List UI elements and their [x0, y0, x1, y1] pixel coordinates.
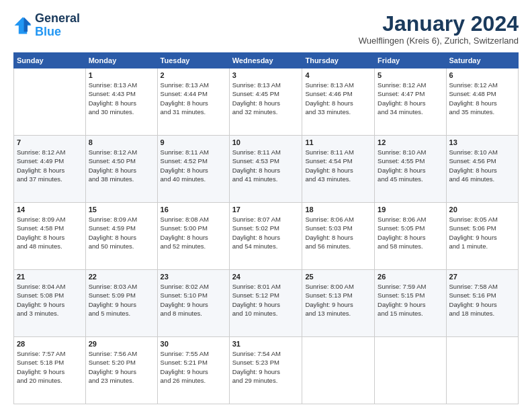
day-number: 13 [449, 138, 515, 146]
logo-line2: Blue [35, 26, 80, 39]
calendar-week-1: 1Sunrise: 8:13 AM Sunset: 4:43 PM Daylig… [14, 68, 519, 136]
calendar-cell [302, 337, 375, 404]
day-number: 2 [161, 71, 226, 79]
calendar-cell: 20Sunrise: 8:05 AM Sunset: 5:06 PM Dayli… [446, 203, 518, 270]
calendar-cell: 22Sunrise: 8:03 AM Sunset: 5:09 PM Dayli… [85, 270, 157, 337]
col-monday: Monday [85, 53, 157, 68]
day-info: Sunrise: 8:00 AM Sunset: 5:13 PM Dayligh… [305, 282, 371, 318]
day-info: Sunrise: 8:06 AM Sunset: 5:03 PM Dayligh… [305, 215, 371, 250]
day-number: 19 [378, 205, 443, 214]
day-number: 26 [378, 273, 443, 281]
day-number: 29 [89, 340, 154, 348]
day-number: 14 [17, 205, 83, 214]
calendar-cell [375, 337, 446, 404]
logo-line1: General [35, 12, 80, 26]
calendar-cell: 1Sunrise: 8:13 AM Sunset: 4:43 PM Daylig… [85, 68, 157, 136]
day-info: Sunrise: 7:54 AM Sunset: 5:23 PM Dayligh… [232, 349, 300, 385]
day-number: 15 [89, 205, 154, 214]
day-info: Sunrise: 8:07 AM Sunset: 5:02 PM Dayligh… [232, 215, 300, 250]
day-number: 8 [89, 138, 154, 146]
day-number: 22 [89, 273, 154, 281]
day-info: Sunrise: 8:08 AM Sunset: 5:00 PM Dayligh… [161, 215, 226, 250]
day-number: 21 [17, 273, 83, 281]
calendar-cell: 13Sunrise: 8:10 AM Sunset: 4:56 PM Dayli… [446, 136, 518, 203]
calendar-cell: 27Sunrise: 7:58 AM Sunset: 5:16 PM Dayli… [446, 270, 518, 337]
day-info: Sunrise: 8:12 AM Sunset: 4:49 PM Dayligh… [17, 148, 83, 183]
day-number: 6 [449, 71, 515, 79]
day-info: Sunrise: 8:11 AM Sunset: 4:54 PM Dayligh… [305, 148, 371, 183]
day-number: 12 [378, 138, 443, 146]
calendar-table: Sunday Monday Tuesday Wednesday Thursday… [13, 52, 519, 404]
page: General Blue January 2024 Wuelflingen (K… [0, 0, 532, 411]
calendar-cell: 25Sunrise: 8:00 AM Sunset: 5:13 PM Dayli… [302, 270, 375, 337]
calendar-cell: 23Sunrise: 8:02 AM Sunset: 5:10 PM Dayli… [157, 270, 229, 337]
day-info: Sunrise: 8:09 AM Sunset: 4:59 PM Dayligh… [89, 215, 154, 250]
day-number: 27 [449, 273, 515, 281]
day-info: Sunrise: 7:57 AM Sunset: 5:18 PM Dayligh… [17, 349, 83, 385]
day-number: 31 [232, 340, 300, 348]
day-info: Sunrise: 7:55 AM Sunset: 5:21 PM Dayligh… [161, 349, 226, 385]
day-number: 1 [89, 71, 154, 79]
col-tuesday: Tuesday [157, 53, 229, 68]
calendar-cell: 15Sunrise: 8:09 AM Sunset: 4:59 PM Dayli… [85, 203, 157, 270]
col-friday: Friday [375, 53, 446, 68]
calendar-cell: 31Sunrise: 7:54 AM Sunset: 5:23 PM Dayli… [229, 337, 302, 404]
day-number: 23 [161, 273, 226, 281]
day-info: Sunrise: 8:12 AM Sunset: 4:50 PM Dayligh… [89, 148, 154, 183]
col-sunday: Sunday [14, 53, 86, 68]
day-number: 9 [161, 138, 226, 146]
day-number: 24 [232, 273, 300, 281]
day-number: 4 [305, 71, 371, 79]
day-info: Sunrise: 7:56 AM Sunset: 5:20 PM Dayligh… [89, 349, 154, 385]
svg-marker-0 [15, 17, 32, 34]
day-info: Sunrise: 8:01 AM Sunset: 5:12 PM Dayligh… [232, 282, 300, 318]
day-number: 7 [17, 138, 83, 146]
calendar-cell: 18Sunrise: 8:06 AM Sunset: 5:03 PM Dayli… [302, 203, 375, 270]
col-thursday: Thursday [302, 53, 375, 68]
day-number: 17 [232, 205, 300, 214]
calendar-week-2: 7Sunrise: 8:12 AM Sunset: 4:49 PM Daylig… [14, 136, 519, 203]
day-info: Sunrise: 8:13 AM Sunset: 4:44 PM Dayligh… [161, 81, 226, 116]
day-number: 11 [305, 138, 371, 146]
calendar-cell: 24Sunrise: 8:01 AM Sunset: 5:12 PM Dayli… [229, 270, 302, 337]
calendar-cell [14, 68, 86, 136]
calendar-cell: 6Sunrise: 8:12 AM Sunset: 4:48 PM Daylig… [446, 68, 518, 136]
day-number: 18 [305, 205, 371, 214]
calendar-cell: 3Sunrise: 8:13 AM Sunset: 4:45 PM Daylig… [229, 68, 302, 136]
day-info: Sunrise: 8:04 AM Sunset: 5:08 PM Dayligh… [17, 282, 83, 318]
calendar-cell: 21Sunrise: 8:04 AM Sunset: 5:08 PM Dayli… [14, 270, 86, 337]
logo-icon [13, 16, 32, 35]
day-info: Sunrise: 7:58 AM Sunset: 5:16 PM Dayligh… [449, 282, 515, 318]
day-info: Sunrise: 8:10 AM Sunset: 4:56 PM Dayligh… [449, 148, 515, 183]
calendar-cell: 8Sunrise: 8:12 AM Sunset: 4:50 PM Daylig… [85, 136, 157, 203]
calendar-cell: 19Sunrise: 8:06 AM Sunset: 5:05 PM Dayli… [375, 203, 446, 270]
day-info: Sunrise: 8:11 AM Sunset: 4:52 PM Dayligh… [161, 148, 226, 183]
day-number: 20 [449, 205, 515, 214]
day-number: 16 [161, 205, 226, 214]
calendar-cell: 7Sunrise: 8:12 AM Sunset: 4:49 PM Daylig… [14, 136, 86, 203]
day-info: Sunrise: 8:05 AM Sunset: 5:06 PM Dayligh… [449, 215, 515, 250]
header: General Blue January 2024 Wuelflingen (K… [13, 12, 519, 46]
calendar-cell [446, 337, 518, 404]
calendar-cell: 14Sunrise: 8:09 AM Sunset: 4:58 PM Dayli… [14, 203, 86, 270]
title-area: January 2024 Wuelflingen (Kreis 6), Zuri… [359, 12, 519, 46]
calendar-cell: 12Sunrise: 8:10 AM Sunset: 4:55 PM Dayli… [375, 136, 446, 203]
day-info: Sunrise: 8:12 AM Sunset: 4:48 PM Dayligh… [449, 81, 515, 116]
day-info: Sunrise: 8:13 AM Sunset: 4:45 PM Dayligh… [232, 81, 300, 116]
calendar-cell: 26Sunrise: 7:59 AM Sunset: 5:15 PM Dayli… [375, 270, 446, 337]
col-saturday: Saturday [446, 53, 518, 68]
day-info: Sunrise: 8:06 AM Sunset: 5:05 PM Dayligh… [378, 215, 443, 250]
day-number: 3 [232, 71, 300, 79]
calendar-week-3: 14Sunrise: 8:09 AM Sunset: 4:58 PM Dayli… [14, 203, 519, 270]
calendar-week-5: 28Sunrise: 7:57 AM Sunset: 5:18 PM Dayli… [14, 337, 519, 404]
calendar-cell: 10Sunrise: 8:11 AM Sunset: 4:53 PM Dayli… [229, 136, 302, 203]
calendar-cell: 9Sunrise: 8:11 AM Sunset: 4:52 PM Daylig… [157, 136, 229, 203]
day-number: 5 [378, 71, 443, 79]
calendar-week-4: 21Sunrise: 8:04 AM Sunset: 5:08 PM Dayli… [14, 270, 519, 337]
day-info: Sunrise: 8:03 AM Sunset: 5:09 PM Dayligh… [89, 282, 154, 318]
day-info: Sunrise: 8:02 AM Sunset: 5:10 PM Dayligh… [161, 282, 226, 318]
calendar-cell: 30Sunrise: 7:55 AM Sunset: 5:21 PM Dayli… [157, 337, 229, 404]
calendar-cell: 28Sunrise: 7:57 AM Sunset: 5:18 PM Dayli… [14, 337, 86, 404]
calendar-cell: 4Sunrise: 8:13 AM Sunset: 4:46 PM Daylig… [302, 68, 375, 136]
day-number: 25 [305, 273, 371, 281]
